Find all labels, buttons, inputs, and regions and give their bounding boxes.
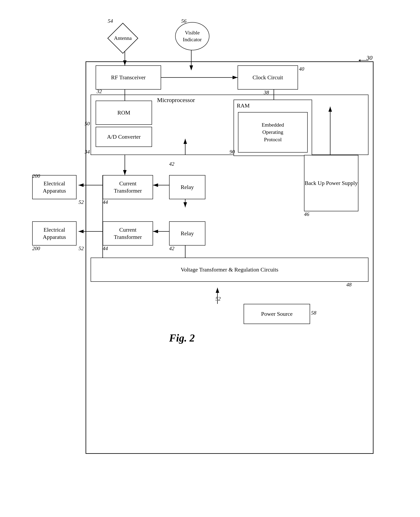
rom-block: ROM (96, 101, 152, 125)
voltage-transformer-block: Voltage Transformer & Regulation Circuit… (90, 258, 368, 282)
clock-circuit-block: Clock Circuit (238, 65, 298, 89)
electrical-apparatus-2-label: ElectricalApparatus (43, 226, 66, 241)
antenna-block: Antenna (107, 22, 139, 54)
microprocessor-label: Microprocessor (157, 96, 195, 103)
ref-200-1: 200 (32, 173, 40, 179)
svg-marker-29 (358, 59, 360, 61)
visible-indicator-label: VisibleIndicator (183, 30, 202, 43)
ref-52-1: 52 (79, 199, 84, 205)
ram-label: RAM (237, 102, 250, 109)
voltage-transformer-label: Voltage Transformer & Regulation Circuit… (181, 266, 278, 273)
ad-converter-label: A/D Converter (107, 133, 141, 140)
antenna-label: Antenna (114, 35, 132, 41)
fig-label: Fig. 2 (169, 332, 195, 344)
electrical-apparatus-1-label: ElectricalApparatus (43, 180, 66, 195)
ref-42-2: 42 (169, 245, 174, 251)
ref-58: 58 (311, 310, 316, 316)
current-transformer-1-label: CurrentTransformer (114, 180, 142, 195)
rf-transceiver-block: RF Transceiver (96, 65, 161, 89)
current-transformer-2-label: CurrentTransformer (114, 226, 142, 241)
rf-transceiver-label: RF Transceiver (111, 74, 146, 81)
ref-38: 38 (264, 89, 269, 96)
ref-34: 34 (85, 149, 90, 155)
ad-converter-block: A/D Converter (96, 127, 152, 147)
ref-200-2: 200 (32, 245, 40, 251)
clock-circuit-label: Clock Circuit (253, 74, 283, 81)
ref-46: 46 (304, 211, 309, 217)
ref-52-2: 52 (79, 245, 84, 251)
rom-label: ROM (117, 109, 130, 116)
relay-1-block: Relay (169, 175, 205, 199)
ref-90: 90 (230, 149, 235, 155)
visible-indicator-block: VisibleIndicator (175, 22, 210, 50)
backup-power-label: Back Up Power Supply (305, 179, 358, 187)
power-source-block: Power Source (244, 304, 310, 324)
electrical-apparatus-2-block: ElectricalApparatus (32, 221, 76, 245)
ref-52-power: 52 (215, 296, 221, 302)
relay-2-block: Relay (169, 221, 205, 245)
ram-outer-block: RAM EmbeddedOperatingProtocol (233, 100, 312, 156)
ref-40: 40 (299, 66, 304, 72)
relay-2-label: Relay (180, 230, 194, 237)
ref-48: 48 (346, 282, 352, 288)
ref-44-2: 44 (103, 245, 108, 251)
power-source-label: Power Source (261, 310, 292, 318)
backup-power-block: Back Up Power Supply (304, 155, 358, 211)
ref-44-1: 44 (103, 199, 108, 205)
embedded-op-block: EmbeddedOperatingProtocol (238, 112, 308, 153)
ref-32: 32 (97, 89, 102, 95)
relay-1-label: Relay (180, 184, 194, 191)
ref-42-1: 42 (169, 161, 174, 167)
embedded-op-label: EmbeddedOperatingProtocol (262, 121, 284, 143)
ref-50: 50 (85, 121, 90, 127)
current-transformer-1-block: CurrentTransformer (103, 175, 153, 199)
current-transformer-2-block: CurrentTransformer (103, 221, 153, 245)
